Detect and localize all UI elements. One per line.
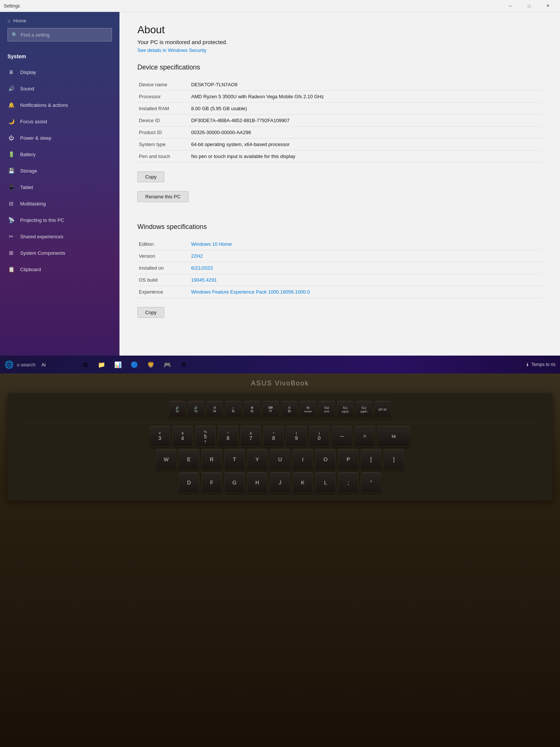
taskbar-brave[interactable]: 🦁 [143,357,158,372]
key-bracket-r[interactable]: ] [383,449,404,470]
spec-value: 64-bit operating system, x64-based proce… [190,139,542,151]
key-i[interactable]: I [292,449,313,470]
taskbar-start[interactable]: ⊞ [78,357,93,372]
key-4[interactable]: $4 [172,426,193,447]
sidebar-item-battery[interactable]: 🔋 Battery [0,146,119,162]
key-t[interactable]: T [224,449,245,470]
key-f8[interactable]: ⊡f8 [281,401,298,418]
copy-windows-button[interactable]: Copy [137,307,164,318]
fn-key-row: 🔊f2 🔊f3 ⊟f4 ☼f5 ⊠f6 ⌨f7 ⊡f8 f9home f10en… [22,401,538,418]
sidebar-item-clipboard[interactable]: 📋 Clipboard [0,261,119,278]
key-9[interactable]: (9 [286,426,307,447]
key-f5[interactable]: ☼f5 [225,401,242,418]
key-r[interactable]: R [201,449,222,470]
key-f3[interactable]: 🔊f3 [187,401,205,418]
sidebar-item-focus[interactable]: 🌙 Focus assist [0,113,119,130]
key-minus[interactable]: ─ [332,426,352,447]
home-link[interactable]: ⌂ Home [7,18,112,24]
close-button[interactable]: ✕ [539,0,556,12]
sidebar-item-storage[interactable]: 💾 Storage [0,162,119,179]
sidebar-item-multitasking[interactable]: ⊟ Multitasking [0,195,119,212]
key-quote[interactable]: " [361,472,382,493]
spec-value: 8.00 GB (5.95 GB usable) [190,103,542,115]
key-e[interactable]: E [178,449,199,470]
key-k[interactable]: K [292,472,313,493]
spec-value: DF30DE7A-4BBA-4852-881B-7792FA109907 [190,115,542,127]
key-y[interactable]: Y [247,449,268,470]
qwerty-key-row: W E R T Y U I O P [ ] [22,449,538,470]
sidebar-item-components[interactable]: ⊞ System Components [0,245,119,261]
taskbar-icons: ⊞ 📁 📊 🔵 🦁 🎮 ⚙ [75,357,194,372]
key-j[interactable]: J [270,472,290,493]
key-6[interactable]: ^6 [218,426,239,447]
key-backspace[interactable]: bk [377,426,411,447]
key-f7[interactable]: ⌨f7 [262,401,279,418]
projecting-icon: 📡 [7,216,15,224]
clipboard-icon: 📋 [7,266,15,273]
win-spec-label: Installed on [137,262,190,274]
maximize-button[interactable]: □ [520,0,538,12]
page-title: About [137,24,542,36]
rename-pc-button[interactable]: Rename this PC [137,191,189,202]
settings-window: ⌂ Home 🔍 System 🖥 Display🔊 Sound🔔 Notifi… [0,12,560,374]
security-link[interactable]: See details in Windows Security [137,47,542,53]
sidebar-item-label: Storage [20,168,37,174]
windows-specs-title: Windows specifications [137,223,542,231]
key-u[interactable]: U [270,449,290,470]
minimize-button[interactable]: ─ [502,0,519,12]
key-8[interactable]: *8 [263,426,284,447]
spec-label: System type [137,139,190,151]
sidebar-item-tablet[interactable]: 📱 Tablet [0,179,119,195]
key-5[interactable]: %5€ [195,426,216,447]
key-f6[interactable]: ⊠f6 [243,401,261,418]
copy-device-button[interactable]: Copy [137,171,164,182]
taskbar-weather-icon: 🌡 [525,362,530,367]
taskbar-teams[interactable]: 🎮 [160,357,175,372]
key-l[interactable]: L [315,472,336,493]
key-equals[interactable]: = [354,426,375,447]
key-7[interactable]: &7 [240,426,261,447]
sidebar-item-sound[interactable]: 🔊 Sound [0,80,119,97]
sidebar-item-power[interactable]: ⏻ Power & sleep [0,130,119,146]
key-f11[interactable]: f11pgup [337,401,354,418]
key-f10[interactable]: f10end [318,401,335,418]
sidebar-item-display[interactable]: 🖥 Display [0,64,119,80]
taskbar-explorer[interactable]: 📁 [94,357,109,372]
key-w[interactable]: W [156,449,177,470]
spec-label: Device ID [137,115,190,127]
search-box-container[interactable]: 🔍 [7,28,112,41]
taskbar-search[interactable]: 🌐 o search Ai [0,360,75,369]
battery-icon: 🔋 [7,151,15,158]
search-input[interactable] [21,32,108,38]
key-f9[interactable]: f9home [299,401,317,418]
sidebar-item-label: Display [20,69,36,75]
key-d[interactable]: D [178,472,199,493]
win-spec-value: 19045.4291 [190,274,542,286]
sidebar-item-label: Multitasking [20,201,46,207]
key-f4[interactable]: ⊟f4 [206,401,223,418]
key-f2[interactable]: 🔊f2 [169,401,186,418]
key-g[interactable]: G [224,472,245,493]
key-p[interactable]: P [338,449,359,470]
key-bracket-l[interactable]: [ [361,449,382,470]
sidebar-item-label: Tablet [20,185,33,190]
win-spec-label: Edition [137,238,190,250]
power-icon: ⏻ [7,134,15,142]
taskbar-edge[interactable]: 🔵 [127,357,142,372]
sidebar-item-shared[interactable]: ✂ Shared experiences [0,228,119,245]
taskbar-settings-icon[interactable]: ⚙ [176,357,191,372]
key-h[interactable]: H [247,472,268,493]
key-0[interactable]: )0 [309,426,330,447]
key-semicolon[interactable]: ; [338,472,359,493]
key-f[interactable]: F [201,472,222,493]
key-prtsc[interactable]: prt sc [374,401,391,418]
taskbar-weather-text: Temps to ris [531,362,556,367]
taskbar-excel[interactable]: 📊 [111,357,125,372]
sidebar-item-label: Battery [20,152,35,157]
key-o[interactable]: O [315,449,336,470]
key-f12[interactable]: f12pgdn [355,401,373,418]
key-3[interactable]: #3 [149,426,170,447]
sidebar-item-projecting[interactable]: 📡 Projecting to this PC [0,212,119,228]
display-icon: 🖥 [7,68,15,76]
sidebar-item-notifications[interactable]: 🔔 Notifications & actions [0,97,119,113]
